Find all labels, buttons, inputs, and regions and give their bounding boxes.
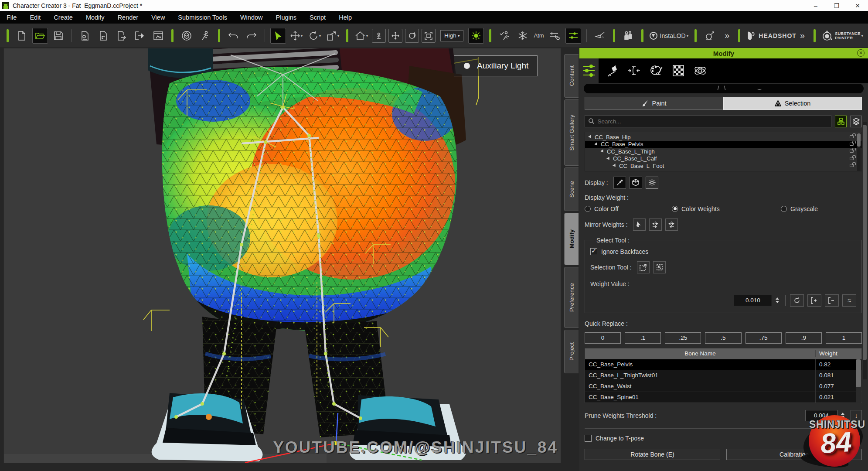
menu-render[interactable]: Render bbox=[111, 11, 145, 24]
menu-view[interactable]: View bbox=[145, 11, 171, 24]
menu-edit[interactable]: Edit bbox=[23, 11, 47, 24]
search-box[interactable] bbox=[585, 115, 831, 127]
prune-threshold-spinner[interactable] bbox=[839, 410, 846, 421]
save-button[interactable] bbox=[51, 28, 66, 44]
tab-content[interactable]: Content bbox=[564, 54, 579, 98]
weight-value-input[interactable]: 0.010 bbox=[734, 295, 772, 306]
rotate-bone-button[interactable]: Rotate Bone (E) bbox=[585, 449, 720, 460]
show-mesh-button[interactable] bbox=[630, 177, 642, 189]
quick-replace-01[interactable]: .1 bbox=[625, 332, 661, 344]
rotate-tool-button[interactable]: ▾ bbox=[307, 28, 323, 44]
visual-settings-button[interactable] bbox=[547, 28, 563, 44]
quick-replace-025[interactable]: .25 bbox=[665, 332, 701, 344]
table-scrollbar[interactable] bbox=[856, 359, 861, 403]
quick-replace-1[interactable]: 1 bbox=[826, 332, 862, 344]
mirror-left-right-button[interactable] bbox=[649, 218, 662, 231]
spin-up-icon[interactable] bbox=[841, 413, 844, 415]
table-row[interactable]: CC_Base_Pelvis 0.82 bbox=[585, 359, 861, 370]
skin-weights-icon[interactable] bbox=[606, 65, 618, 77]
restore-button[interactable]: ❐ bbox=[826, 0, 847, 11]
spin-up-icon[interactable] bbox=[776, 297, 779, 300]
menu-script[interactable]: Script bbox=[303, 11, 332, 24]
replace-cycle-button[interactable] bbox=[790, 294, 804, 307]
viewport-3d[interactable]: Auxiliary Light YOUTUBE.COM/@SHINJITSU_8… bbox=[3, 48, 561, 463]
export-button[interactable] bbox=[132, 28, 148, 44]
tab-selection[interactable]: Selection bbox=[723, 97, 862, 110]
auxiliary-light-label[interactable]: Auxiliary Light bbox=[454, 55, 538, 76]
menu-submission-tools[interactable]: Submission Tools bbox=[171, 11, 234, 24]
layers-view-button[interactable] bbox=[850, 116, 862, 127]
quick-replace-05[interactable]: .5 bbox=[705, 332, 741, 344]
ignore-backfaces-checkbox[interactable]: Ignore Backfaces bbox=[590, 248, 856, 255]
menu-help[interactable]: Help bbox=[332, 11, 358, 24]
open-project-button[interactable] bbox=[32, 28, 48, 44]
radio-color-off[interactable]: Color Off bbox=[585, 205, 672, 212]
hierarchy-view-button[interactable] bbox=[835, 116, 847, 127]
mirror-pick-button[interactable] bbox=[633, 218, 646, 231]
lasso-select-button[interactable] bbox=[653, 261, 666, 273]
adjust-sliders-icon[interactable] bbox=[579, 60, 599, 81]
tree-scrollbar[interactable] bbox=[857, 133, 861, 171]
spray-chevrons[interactable]: » bbox=[721, 31, 732, 41]
camera-frame-button[interactable] bbox=[422, 29, 436, 43]
select-tool-button[interactable] bbox=[270, 28, 286, 44]
show-bones-button[interactable] bbox=[613, 177, 626, 189]
home-camera-button[interactable]: ▾ bbox=[354, 28, 369, 44]
unlock-icon[interactable] bbox=[850, 157, 854, 160]
unlock-icon[interactable] bbox=[850, 135, 854, 138]
tree-expand-icon[interactable] bbox=[594, 142, 599, 147]
move-tool-button[interactable]: ▾ bbox=[289, 28, 304, 44]
tree-expand-icon[interactable] bbox=[600, 149, 605, 154]
tree-expand-icon[interactable] bbox=[606, 157, 611, 161]
subtract-weight-button[interactable] bbox=[825, 294, 839, 307]
tpose-checkbox[interactable]: Change to T-pose bbox=[585, 435, 862, 442]
new-file-button[interactable] bbox=[14, 28, 30, 44]
marquee-select-button[interactable] bbox=[637, 261, 650, 273]
panel-scrollbar[interactable] bbox=[863, 122, 867, 379]
table-row[interactable]: CC_Base_Waist 0.077 bbox=[585, 381, 861, 392]
tab-modify[interactable]: Modify bbox=[564, 213, 579, 265]
radio-grayscale[interactable]: Grayscale bbox=[781, 205, 818, 212]
physics-icon[interactable] bbox=[694, 65, 707, 77]
spin-down-icon[interactable] bbox=[841, 416, 844, 418]
pose-button[interactable] bbox=[197, 28, 213, 44]
unlock-icon[interactable] bbox=[850, 143, 854, 146]
menu-plugins[interactable]: Plugins bbox=[269, 11, 303, 24]
import-iclone-button[interactable] bbox=[95, 28, 111, 44]
characters-button[interactable] bbox=[620, 28, 636, 44]
tab-smart-gallery[interactable]: Smart Gallery bbox=[564, 99, 579, 166]
menu-modify[interactable]: Modify bbox=[79, 11, 111, 24]
tree-item-cc-base-pelvis[interactable]: CC_Base_Pelvis bbox=[585, 141, 861, 148]
spray-button[interactable] bbox=[702, 28, 718, 44]
motion-button[interactable] bbox=[497, 28, 512, 44]
table-row[interactable]: CC_Base_Spine01 0.021 bbox=[585, 392, 861, 403]
menu-create[interactable]: Create bbox=[47, 11, 79, 24]
minimize-button[interactable]: – bbox=[805, 0, 826, 11]
appearance-editor-icon[interactable] bbox=[650, 65, 663, 76]
weight-header[interactable]: Weight bbox=[815, 350, 855, 357]
tab-project[interactable]: Project bbox=[564, 330, 579, 373]
quick-replace-09[interactable]: .9 bbox=[786, 332, 822, 344]
smooth-weight-button[interactable]: ≈ bbox=[842, 294, 856, 307]
tree-expand-icon[interactable] bbox=[613, 164, 617, 168]
quick-replace-0[interactable]: 0 bbox=[585, 332, 621, 344]
camera-face-button[interactable] bbox=[372, 29, 386, 43]
export-usd-button[interactable] bbox=[114, 28, 129, 44]
spin-down-icon[interactable] bbox=[776, 301, 779, 303]
scale-tool-button[interactable]: ▾ bbox=[325, 28, 341, 44]
close-button[interactable]: ✕ bbox=[847, 0, 868, 11]
panel-close-button[interactable]: ✕ bbox=[857, 49, 865, 57]
substance-painter-button[interactable]: SUBSTANCEPAINTER ▾ bbox=[822, 31, 863, 41]
tab-preference[interactable]: Preference bbox=[564, 267, 579, 328]
unlock-icon[interactable] bbox=[850, 164, 854, 167]
show-light-button[interactable] bbox=[646, 177, 658, 189]
headshot-button[interactable]: HEADSHOT » bbox=[746, 31, 807, 41]
apply-prune-button[interactable]: ↓ bbox=[851, 410, 862, 421]
instalod-button[interactable]: InstaLOD ▾ bbox=[650, 32, 689, 40]
atmosphere-button[interactable] bbox=[515, 28, 531, 44]
texture-checker-icon[interactable] bbox=[673, 65, 684, 76]
send-pose-button[interactable] bbox=[592, 28, 608, 44]
bone-name-header[interactable]: Bone Name bbox=[585, 350, 815, 357]
unlock-icon[interactable] bbox=[850, 150, 854, 153]
redo-button[interactable] bbox=[244, 28, 259, 44]
